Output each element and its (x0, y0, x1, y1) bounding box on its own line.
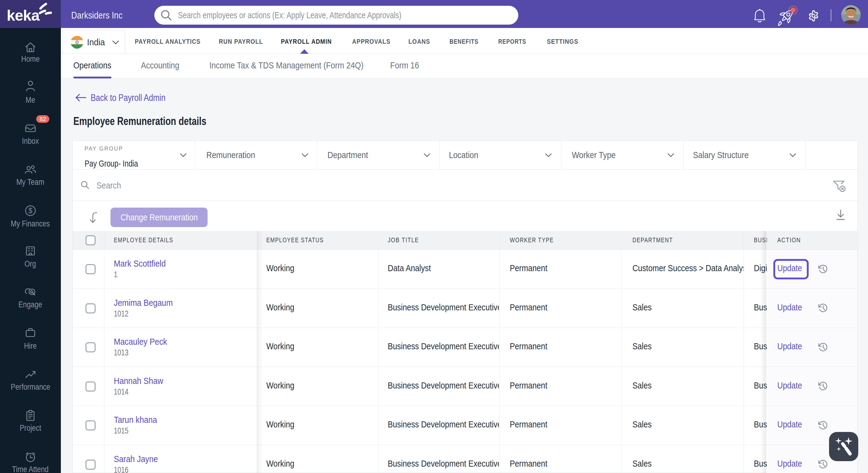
svg-text:keka: keka (7, 7, 40, 24)
svg-text:$: $ (29, 207, 33, 214)
